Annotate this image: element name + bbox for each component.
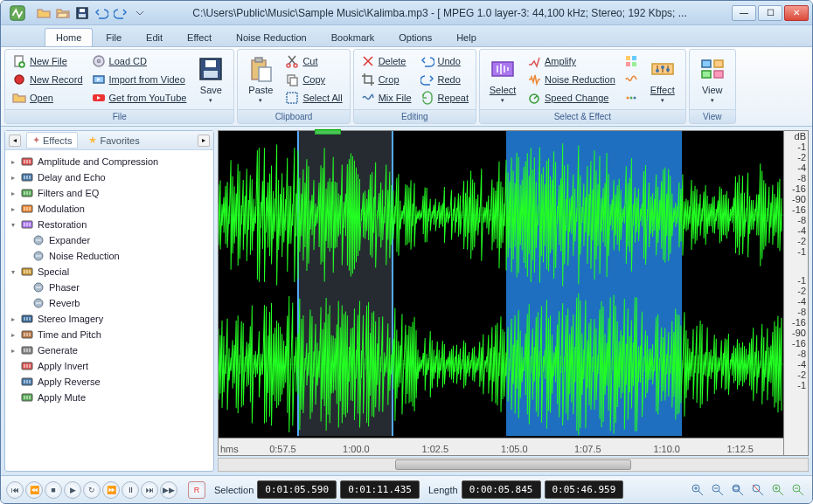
zoom-sel-icon[interactable] [749, 481, 767, 499]
stop-button[interactable]: ■ [45, 481, 62, 499]
redo-button[interactable]: Redo [417, 71, 472, 88]
sidebar-tab-favorites[interactable]: ★Favorites [83, 133, 144, 148]
speed-change-button[interactable]: Speed Change [524, 89, 619, 107]
fast-forward-button[interactable]: ⏩ [102, 481, 120, 499]
qat-undo-icon[interactable] [94, 5, 109, 21]
window-controls: — ☐ ✕ [732, 5, 809, 21]
tab-file[interactable]: File [94, 28, 133, 46]
zoom-in-icon[interactable] [689, 481, 706, 499]
tree-node[interactable]: ▾Restoration [7, 217, 212, 232]
sidebar-tab-effects[interactable]: ✦Effects [26, 132, 78, 148]
record-button[interactable]: R [188, 481, 205, 499]
dots-icon[interactable] [621, 89, 642, 107]
tab-help[interactable]: Help [445, 28, 488, 46]
tree-node-child[interactable]: Reverb [7, 295, 212, 311]
zoom-in-v-icon[interactable] [769, 481, 787, 499]
save-button[interactable]: Save▾ [191, 52, 230, 107]
scrollbar-thumb[interactable] [395, 459, 631, 470]
select-button[interactable]: Select▾ [483, 52, 522, 107]
open-button[interactable]: Open [9, 89, 87, 107]
minimize-button[interactable]: — [732, 5, 756, 21]
batch-icon[interactable] [621, 52, 642, 70]
next-button[interactable]: ▶▶ [160, 481, 177, 499]
tree-node[interactable]: ▸Delay and Echo [7, 169, 212, 185]
svg-rect-13 [205, 60, 216, 67]
tab-edit[interactable]: Edit [135, 28, 174, 46]
tree-node[interactable]: ▸Amplitude and Compression [7, 154, 212, 169]
tree-node-child[interactable]: Phaser [7, 280, 212, 295]
new-record-button[interactable]: New Record [9, 71, 87, 88]
load-cd-button[interactable]: Load CD [88, 52, 191, 70]
ribbon-group-file: New File New Record Open Load CD Import … [4, 49, 234, 124]
tree-node[interactable]: ▸Time and Pitch [7, 327, 212, 342]
copy-button[interactable]: Copy [281, 71, 345, 88]
ribbon-tabs: Home File Edit Effect Noise Reduction Bo… [1, 25, 812, 46]
time-ruler[interactable]: hms 0:57.5 1:00.0 1:02.5 1:05.0 1:07.5 1… [219, 438, 783, 455]
svg-point-29 [629, 97, 632, 100]
horizontal-scrollbar[interactable] [218, 458, 809, 472]
play-button[interactable]: ▶ [64, 481, 81, 499]
amplify-button[interactable]: Amplify [524, 52, 619, 70]
play-loop-button[interactable]: ↻ [83, 481, 101, 499]
skip-end-button[interactable]: ⏭ [141, 481, 158, 499]
tree-node[interactable]: ▾Special [7, 264, 212, 280]
tree-node[interactable]: Apply Reverse [7, 374, 212, 390]
svg-rect-21 [287, 93, 297, 103]
zoom-fit-icon[interactable] [729, 481, 747, 499]
rewind-button[interactable]: ⏪ [25, 481, 43, 499]
view-button[interactable]: View▾ [693, 52, 732, 107]
zoom-out-v-icon[interactable] [789, 481, 807, 499]
qat-redo-icon[interactable] [113, 5, 129, 21]
effect-button[interactable]: Effect▾ [643, 52, 682, 107]
tree-node[interactable]: ▸Filters and EQ [7, 185, 212, 201]
qat-more-icon[interactable] [132, 5, 148, 21]
tab-options[interactable]: Options [387, 28, 443, 46]
pause-button[interactable]: ⏸ [122, 481, 139, 499]
noise-reduction-button[interactable]: Noise Reduction [524, 71, 619, 88]
tab-effect[interactable]: Effect [176, 28, 223, 46]
waveform-canvas[interactable]: hms 0:57.5 1:00.0 1:02.5 1:05.0 1:07.5 1… [219, 131, 783, 455]
selection-end: 0:01:11.435 [340, 480, 420, 499]
repeat-button[interactable]: Repeat [417, 89, 472, 107]
tree-node[interactable]: ▸Modulation [7, 201, 212, 217]
svg-rect-20 [290, 78, 297, 86]
paste-button[interactable]: Paste▾ [241, 52, 280, 107]
tab-noise-reduction[interactable]: Noise Reduction [225, 28, 318, 46]
cut-button[interactable]: Cut [281, 52, 345, 70]
content-area: ◂ ✦Effects ★Favorites ▸ ▸Amplitude and C… [1, 127, 812, 475]
skip-start-button[interactable]: ⏮ [6, 481, 24, 499]
new-file-button[interactable]: New File [9, 52, 87, 70]
tab-bookmark[interactable]: Bookmark [320, 28, 386, 46]
tree-node-child[interactable]: Expander [7, 232, 212, 248]
qat-open2-icon[interactable] [55, 5, 71, 21]
mixfile-button[interactable]: Mix File [358, 89, 415, 107]
svg-rect-26 [626, 62, 630, 66]
tab-home[interactable]: Home [45, 28, 93, 46]
sidebar-nav-back[interactable]: ◂ [9, 135, 21, 147]
tree-node[interactable]: ▸Generate [7, 342, 212, 358]
waveform-view[interactable]: hms 0:57.5 1:00.0 1:02.5 1:05.0 1:07.5 1… [218, 130, 809, 456]
zoom-out-icon[interactable] [709, 481, 726, 499]
import-video-button[interactable]: Import from Video [88, 71, 191, 88]
sidebar-nav-fwd[interactable]: ▸ [198, 135, 210, 147]
tree-node[interactable]: ▸Stereo Imagery [7, 311, 212, 327]
window-title: C:\Users\Public\Music\Sample Music\Kalim… [148, 7, 732, 19]
tree-node[interactable]: Apply Mute [7, 390, 212, 405]
select-all-button[interactable]: Select All [281, 89, 345, 107]
selection-start: 0:01:05.590 [257, 480, 337, 499]
maximize-button[interactable]: ☐ [758, 5, 782, 21]
length-label: Length [428, 485, 458, 495]
qat-open-icon[interactable] [36, 5, 52, 21]
qat-save-icon[interactable] [74, 5, 90, 21]
crop-button[interactable]: Crop [358, 71, 415, 88]
close-button[interactable]: ✕ [784, 5, 809, 21]
undo-button[interactable]: Undo [417, 52, 472, 70]
wave-icon[interactable] [621, 71, 642, 88]
tree-node-child[interactable]: Noise Reduction [7, 248, 212, 264]
delete-button[interactable]: Delete [358, 52, 415, 70]
zoom-controls [689, 481, 807, 499]
quick-access-toolbar [36, 5, 148, 21]
get-youtube-button[interactable]: Get from YouTube [88, 89, 191, 107]
tree-node[interactable]: Apply Invert [7, 358, 212, 374]
svg-rect-22 [492, 62, 513, 76]
